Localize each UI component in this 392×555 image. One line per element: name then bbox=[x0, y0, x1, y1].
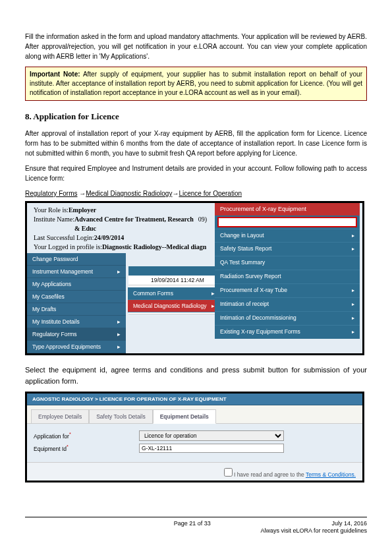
menu-item[interactable]: Safety Status Report▸ bbox=[215, 242, 360, 256]
equipment-id-label: Equipment Id* bbox=[34, 444, 139, 452]
note-text: After supply of equipment, your supplier… bbox=[30, 71, 362, 96]
note-label: Important Note: bbox=[30, 71, 80, 78]
path-part-3: Licence for Operation bbox=[179, 190, 242, 197]
nav-my-drafts[interactable]: My Drafts bbox=[27, 303, 126, 316]
institute-value: Advanced Centre for Treatment, Research … bbox=[74, 215, 198, 233]
nav-my-applications[interactable]: My Applications bbox=[27, 278, 126, 291]
screenshot-2: AGNOSTIC RADIOLOGY > LICENCE FOR OPERATI… bbox=[25, 392, 364, 482]
nav-change-password[interactable]: Change Password bbox=[27, 253, 126, 266]
menu-item[interactable]: QA Test Summary bbox=[215, 256, 360, 270]
profile-label: Your Logged in profile is: bbox=[34, 243, 102, 252]
path-part-1: Regulatory Forms bbox=[25, 190, 77, 197]
menu-item[interactable]: Intimation of Decommissioning▸ bbox=[215, 311, 360, 325]
form-banner: AGNOSTIC RADIOLOGY > LICENCE FOR OPERATI… bbox=[27, 394, 362, 405]
equipment-id-input[interactable] bbox=[139, 444, 284, 453]
role-label: Your Role is: bbox=[34, 206, 69, 215]
profile-value: Diagnostic Radiology--Medical diagn bbox=[102, 243, 206, 252]
form-tabs: Employee Details Safety Tools Details Eq… bbox=[27, 405, 362, 424]
menu-item[interactable]: Procurement of X-ray Tube▸ bbox=[215, 283, 360, 297]
important-note-box: Important Note: After supply of equipmen… bbox=[25, 67, 367, 101]
screenshot-1: Your Role is: Employer Institute Name:Ad… bbox=[25, 201, 364, 355]
tab-safety-tools-details[interactable]: Safety Tools Details bbox=[89, 409, 153, 423]
nav-my-institute-details[interactable]: My Institute Details▸ bbox=[27, 316, 126, 328]
licence-paragraph-2: Ensure that required Employee and Instru… bbox=[25, 163, 367, 183]
tab-employee-details[interactable]: Employee Details bbox=[31, 409, 89, 423]
nav-regulatory-forms[interactable]: Regulatory Forms▸ bbox=[27, 328, 126, 341]
licence-paragraph-1: After approval of installation report of… bbox=[25, 129, 367, 158]
submenu-medical-diagnostic-radiology[interactable]: Medical Diagnostic Radiology▸ bbox=[128, 300, 220, 312]
flyout-menu: Procurement of X-ray Equipment Change in… bbox=[215, 203, 360, 339]
left-nav: Change Password Instrument Management▸ M… bbox=[27, 253, 126, 353]
menu-item-procurement-xray[interactable]: Procurement of X-ray Equipment bbox=[215, 203, 360, 216]
terms-link[interactable]: Terms & Conditions. bbox=[306, 471, 356, 478]
regulatory-forms-submenu: Common Forms▸ Medical Diagnostic Radiolo… bbox=[128, 287, 220, 312]
application-for-label: Application for* bbox=[34, 432, 139, 440]
login-value: 24/09/2014 bbox=[94, 233, 125, 243]
menu-item[interactable]: Intimation of receipt▸ bbox=[215, 297, 360, 311]
menu-item[interactable]: Radiation Survey Report bbox=[215, 270, 360, 283]
menu-item[interactable]: Existing X-ray Equipment Forms▸ bbox=[215, 325, 360, 339]
nav-instrument-management[interactable]: Instrument Management▸ bbox=[27, 266, 126, 278]
navigation-path: Regulatory Forms →Medical Diagnostic Rad… bbox=[25, 190, 367, 197]
login-label: Last Successful Login: bbox=[34, 233, 94, 243]
path-part-2: Medical Diagnostic Radiology bbox=[86, 190, 172, 197]
page-number: Page 21 of 33 bbox=[174, 520, 211, 535]
section-heading: 8. Application for Licence bbox=[25, 111, 367, 122]
submenu-common-forms[interactable]: Common Forms▸ bbox=[128, 287, 220, 300]
application-for-select[interactable]: Licence for operation bbox=[139, 430, 284, 441]
highlighted-selection-box[interactable] bbox=[217, 217, 357, 227]
terms-text: I have read and agree to the bbox=[234, 471, 306, 478]
nav-type-approved-equipments[interactable]: Type Approved Equipments▸ bbox=[27, 341, 126, 353]
tab-equipment-details[interactable]: Equipment Details bbox=[153, 409, 216, 424]
menu-item[interactable]: Change in Layout▸ bbox=[215, 229, 360, 243]
select-equipment-text: Select the equipment id, agree terms and… bbox=[25, 365, 367, 386]
footer-note: Always visit eLORA for recent guidelines bbox=[260, 527, 367, 535]
nav-my-casefiles[interactable]: My Casefiles bbox=[27, 291, 126, 303]
terms-row: I have read and agree to the Terms & Con… bbox=[27, 462, 362, 481]
terms-checkbox[interactable] bbox=[224, 468, 233, 477]
intro-paragraph: Fill the information asked in the form a… bbox=[25, 32, 367, 61]
institute-label: Institute Name: bbox=[34, 215, 74, 233]
role-value: Employer bbox=[69, 206, 96, 215]
footer-date: July 14, 2016 bbox=[260, 520, 367, 528]
